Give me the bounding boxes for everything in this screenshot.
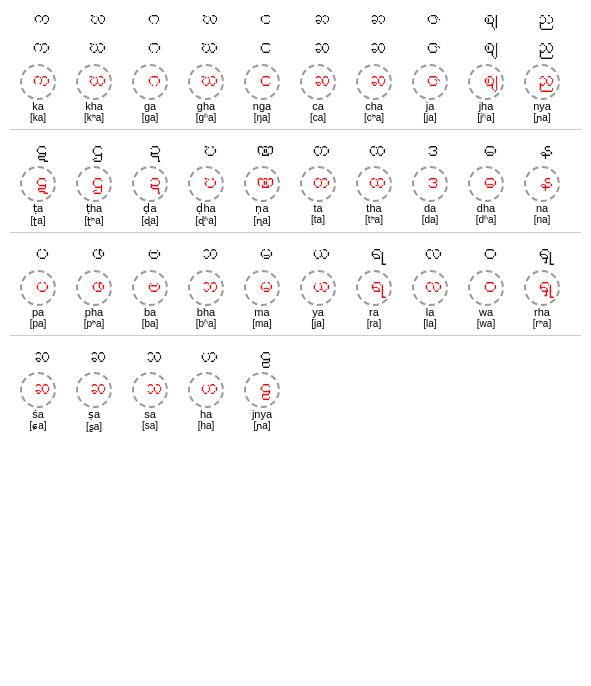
roman-tha-dent: tha bbox=[346, 202, 402, 214]
roman-na-retro: ṇa bbox=[234, 202, 290, 215]
native-red-ya: ယ bbox=[300, 270, 336, 306]
roman-pha: pha bbox=[66, 306, 122, 318]
native-red-ma: မ bbox=[244, 270, 280, 306]
roman-dha-retro: ḍha bbox=[178, 202, 234, 215]
char-top-gha: ဃ bbox=[178, 8, 234, 33]
native-black-cha: ဆ bbox=[346, 35, 402, 64]
native-black-ma: မ bbox=[234, 241, 290, 270]
cell-bha: ဘ ဘ bha [bʱa] bbox=[178, 241, 234, 329]
roman-ya: ya bbox=[290, 306, 346, 318]
native-black-ya: ယ bbox=[290, 241, 346, 270]
native-red-ha: ဟ bbox=[188, 372, 224, 408]
section-1: က က ka [ka] ဃ ဃ kha [kʰa] ဂ ဂ ga [ga] ဃ … bbox=[10, 35, 581, 130]
native-red-gha: ဃ bbox=[188, 64, 224, 100]
ipa-ma: [ma] bbox=[234, 318, 290, 329]
native-red-dha-dent: ဓ bbox=[468, 166, 504, 202]
native-red-nya: ည bbox=[524, 64, 560, 100]
native-black-dha-retro: ဎ bbox=[178, 138, 234, 167]
cell-ca: ဆ ဆ ca [ca] bbox=[290, 35, 346, 123]
roman-gha: gha bbox=[178, 100, 234, 112]
native-black-wa: ဝ bbox=[458, 241, 514, 270]
ipa-dha-dent: [dʱa] bbox=[458, 214, 514, 225]
ipa-tha-retro: [ʈʰa] bbox=[66, 215, 122, 226]
cell-jha: ဈ ဈ jha [jʱa] bbox=[458, 35, 514, 123]
native-red-ka: က bbox=[20, 64, 56, 100]
native-red-ga: ဂ bbox=[132, 64, 168, 100]
roman-ta-dent: ta bbox=[290, 202, 346, 214]
native-red-wa: ဝ bbox=[468, 270, 504, 306]
native-black-pha: ဖ bbox=[66, 241, 122, 270]
native-red-ssa: ဆ bbox=[76, 372, 112, 408]
ipa-ya: [ja] bbox=[290, 318, 346, 329]
cell-ssa: ဆ ဆ ṣa [ʂa] bbox=[66, 344, 122, 433]
native-red-pa: ပ bbox=[20, 270, 56, 306]
cell-ta-dent: တ တ ta [ta] bbox=[290, 138, 346, 227]
cell-pha: ဖ ဖ pha [pʰa] bbox=[66, 241, 122, 329]
roman-kha: kha bbox=[66, 100, 122, 112]
roman-pa: pa bbox=[10, 306, 66, 318]
native-red-da-dent: ဒ bbox=[412, 166, 448, 202]
roman-ra: ra bbox=[346, 306, 402, 318]
native-black-na-retro: ဏ bbox=[234, 138, 290, 167]
ipa-ra: [ra] bbox=[346, 318, 402, 329]
cell-sha: ဆ ဆ śa [ɕa] bbox=[10, 344, 66, 433]
native-black-jha: ဈ bbox=[458, 35, 514, 64]
native-red-tha-retro: ဌ bbox=[76, 166, 112, 202]
cell-ga: ဂ ဂ ga [ga] bbox=[122, 35, 178, 123]
native-black-sa: သ bbox=[122, 344, 178, 373]
native-red-na-retro: ဏ bbox=[244, 166, 280, 202]
native-red-tha-dent: ထ bbox=[356, 166, 392, 202]
cell-kha: ဃ ဃ kha [kʰa] bbox=[66, 35, 122, 123]
native-red-nga: င bbox=[244, 64, 280, 100]
native-red-da-retro: ဍ bbox=[132, 166, 168, 202]
ipa-ssa: [ʂa] bbox=[66, 421, 122, 432]
native-red-jnya: ဠ bbox=[244, 372, 280, 408]
native-black-ja: ဇ bbox=[402, 35, 458, 64]
native-black-na-dent: န bbox=[514, 138, 570, 167]
char-top-jha: ဈ bbox=[458, 8, 514, 33]
roman-sa: sa bbox=[122, 408, 178, 420]
char-top-cha: ဆ bbox=[346, 8, 402, 33]
char-top-ka: က bbox=[10, 8, 66, 33]
cell-jnya: ဠ ဠ jnya [ɲa] bbox=[234, 344, 290, 433]
roman-ma: ma bbox=[234, 306, 290, 318]
ipa-ga: [ga] bbox=[122, 112, 178, 123]
cell-na-dent: န န na [na] bbox=[514, 138, 570, 227]
ipa-jnya: [ɲa] bbox=[234, 420, 290, 431]
cell-rha: ရှ ရှ rha [rʰa] bbox=[514, 241, 570, 329]
ipa-na-dent: [na] bbox=[514, 214, 570, 225]
ipa-cha: [cʰa] bbox=[346, 112, 402, 123]
ipa-na-retro: [ɳa] bbox=[234, 215, 290, 226]
cell-ka: က က ka [ka] bbox=[10, 35, 66, 123]
ipa-nya: [ɲa] bbox=[514, 112, 570, 123]
native-red-ba: ဗ bbox=[132, 270, 168, 306]
roman-ka: ka bbox=[10, 100, 66, 112]
roman-la: la bbox=[402, 306, 458, 318]
native-black-ga: ဂ bbox=[122, 35, 178, 64]
cell-la: လ လ la [la] bbox=[402, 241, 458, 329]
cell-ja: ဇ ဇ ja [ja] bbox=[402, 35, 458, 123]
roman-dha-dent: dha bbox=[458, 202, 514, 214]
roman-da-dent: da bbox=[402, 202, 458, 214]
native-red-bha: ဘ bbox=[188, 270, 224, 306]
cell-ya: ယ ယ ya [ja] bbox=[290, 241, 346, 329]
cell-ra: ရ ရ ra [ra] bbox=[346, 241, 402, 329]
roman-nga: nga bbox=[234, 100, 290, 112]
native-red-ja: ဇ bbox=[412, 64, 448, 100]
native-black-nya: ည bbox=[514, 35, 570, 64]
cell-da-dent: ဒ ဒ da [da] bbox=[402, 138, 458, 227]
native-black-ta-dent: တ bbox=[290, 138, 346, 167]
native-black-tha-retro: ဌ bbox=[66, 138, 122, 167]
ipa-gha: [gʱa] bbox=[178, 112, 234, 123]
native-black-pa: ပ bbox=[10, 241, 66, 270]
native-black-ssa: ဆ bbox=[66, 344, 122, 373]
native-red-kha: ဃ bbox=[76, 64, 112, 100]
section-2: ဋ ဋ ṭa [ʈa] ဌ ဌ ṭha [ʈʰa] ဍ ဍ ḍa [ɖa] ဎ … bbox=[10, 138, 581, 234]
native-black-da-dent: ဒ bbox=[402, 138, 458, 167]
ipa-da-dent: [da] bbox=[402, 214, 458, 225]
native-black-kha: ဃ bbox=[66, 35, 122, 64]
cell-ma: မ မ ma [ma] bbox=[234, 241, 290, 329]
native-red-la: လ bbox=[412, 270, 448, 306]
native-black-sha: ဆ bbox=[10, 344, 66, 373]
roman-ba: ba bbox=[122, 306, 178, 318]
